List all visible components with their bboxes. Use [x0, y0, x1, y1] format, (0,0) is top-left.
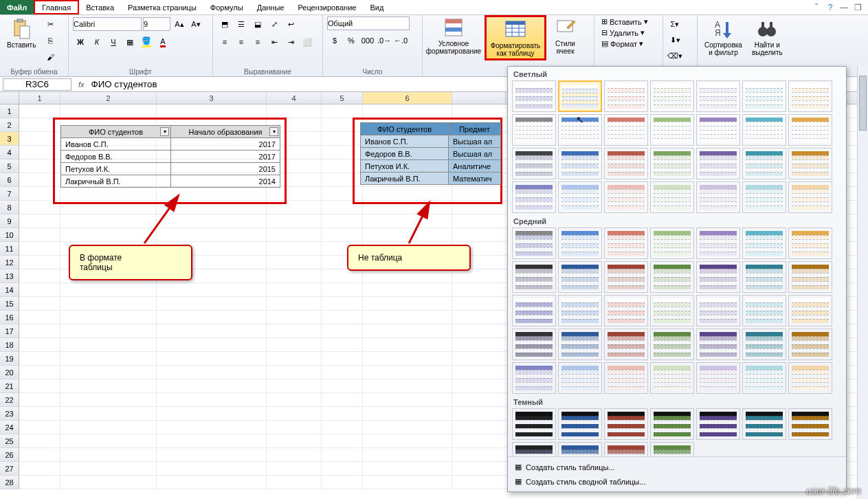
align-middle-button[interactable]: ☰ — [234, 16, 249, 32]
cell[interactable] — [267, 407, 322, 421]
menu-review[interactable]: Рецензирование — [291, 0, 363, 14]
row-header[interactable]: 18 — [0, 338, 19, 352]
table-style-swatch[interactable] — [742, 228, 786, 259]
italic-button[interactable]: К — [89, 34, 104, 49]
cell[interactable] — [267, 283, 322, 297]
table-style-swatch[interactable] — [604, 408, 648, 440]
cell[interactable] — [363, 283, 452, 297]
table-style-swatch[interactable] — [558, 114, 602, 146]
table-style-swatch[interactable] — [558, 261, 602, 293]
table-style-swatch[interactable] — [788, 408, 832, 440]
table-cell[interactable]: Федоров В.В. — [361, 148, 449, 160]
cell[interactable] — [60, 379, 157, 393]
table-style-swatch[interactable] — [696, 80, 740, 112]
table-style-swatch[interactable] — [512, 228, 556, 259]
table-cell[interactable]: Лакричный В.П. — [61, 175, 171, 188]
cell[interactable] — [322, 366, 363, 379]
increase-indent-button[interactable]: ⇥ — [283, 34, 298, 49]
menu-home[interactable]: Главная — [34, 0, 79, 14]
table-style-swatch[interactable] — [604, 114, 648, 146]
table-cell[interactable]: 2014 — [171, 175, 280, 188]
cell[interactable] — [363, 269, 452, 283]
cell[interactable] — [19, 324, 60, 338]
table-style-swatch[interactable] — [512, 329, 556, 360]
cell[interactable] — [363, 104, 452, 118]
cell[interactable] — [322, 269, 363, 283]
autosum-button[interactable]: Σ▾ — [667, 16, 682, 32]
cell[interactable] — [363, 476, 452, 489]
format-painter-button[interactable]: 🖌 — [43, 49, 58, 65]
table-cell[interactable]: Аналитиче — [449, 160, 501, 173]
table-style-swatch[interactable] — [742, 408, 786, 440]
column-header[interactable]: 4 — [267, 92, 322, 104]
cell[interactable] — [267, 476, 322, 489]
cell[interactable] — [267, 256, 322, 269]
cell[interactable] — [322, 379, 363, 393]
cell[interactable] — [19, 407, 60, 421]
table-style-swatch[interactable] — [742, 148, 786, 179]
minimize-icon[interactable]: — — [839, 3, 849, 12]
cell[interactable] — [60, 366, 157, 379]
cell[interactable] — [19, 256, 60, 269]
cell[interactable] — [19, 366, 60, 379]
cell[interactable] — [60, 448, 157, 462]
decrease-decimal-button[interactable]: ←.0 — [393, 33, 408, 48]
row-header[interactable]: 16 — [0, 311, 19, 324]
table-cell[interactable]: 2017 — [171, 138, 280, 151]
cell[interactable] — [60, 338, 157, 352]
cell[interactable] — [322, 214, 363, 228]
cell[interactable] — [363, 407, 452, 421]
table-cell[interactable]: Иванов С.П. — [361, 135, 449, 148]
cell[interactable] — [267, 228, 322, 242]
table-style-swatch[interactable] — [512, 181, 556, 213]
cell[interactable] — [267, 297, 322, 311]
cell[interactable] — [19, 421, 60, 434]
row-header[interactable]: 6 — [0, 173, 19, 187]
table-style-swatch[interactable] — [788, 228, 832, 259]
new-pivot-style-button[interactable]: ▦ Создать стиль сводной таблицы... — [508, 474, 846, 489]
table-style-swatch[interactable] — [512, 80, 556, 112]
row-header[interactable]: 26 — [0, 448, 19, 462]
table-style-swatch[interactable] — [512, 442, 556, 456]
insert-cells-button[interactable]: ⊞Вставить▾ — [599, 16, 651, 27]
cell[interactable] — [363, 379, 452, 393]
currency-button[interactable]: $ — [327, 33, 342, 48]
table-cell[interactable]: Петухов И.К. — [61, 163, 171, 175]
bold-button[interactable]: Ж — [73, 34, 88, 49]
table-cell[interactable]: 2015 — [171, 163, 280, 175]
cell[interactable] — [60, 311, 157, 324]
table-style-swatch[interactable] — [788, 181, 832, 213]
table-style-swatch[interactable] — [604, 181, 648, 213]
table-style-swatch[interactable] — [558, 408, 602, 440]
table-style-swatch[interactable] — [696, 181, 740, 213]
cell[interactable] — [19, 462, 60, 476]
row-header[interactable]: 5 — [0, 159, 19, 173]
cell[interactable] — [267, 352, 322, 366]
font-color-button[interactable]: A — [155, 34, 170, 49]
cell[interactable] — [322, 324, 363, 338]
table-style-swatch[interactable] — [650, 114, 694, 146]
cell[interactable] — [322, 104, 363, 118]
table-style-swatch[interactable] — [558, 80, 602, 112]
table-style-swatch[interactable] — [650, 228, 694, 259]
cell[interactable] — [157, 379, 267, 393]
table-style-swatch[interactable] — [650, 362, 694, 394]
increase-decimal-button[interactable]: .0→ — [377, 33, 392, 48]
align-bottom-button[interactable]: ⬓ — [250, 16, 265, 32]
cell[interactable] — [19, 338, 60, 352]
format-cells-button[interactable]: ▤Формат▾ — [599, 38, 646, 49]
cell[interactable] — [322, 311, 363, 324]
sort-filter-button[interactable]: AЯ Сортировка и фильтр — [702, 16, 745, 58]
cell[interactable] — [267, 324, 322, 338]
cell[interactable] — [267, 393, 322, 407]
cell[interactable] — [157, 366, 267, 379]
table-style-swatch[interactable] — [742, 181, 786, 213]
cell[interactable] — [157, 283, 267, 297]
cell[interactable] — [60, 283, 157, 297]
row-header[interactable]: 21 — [0, 379, 19, 393]
filter-dropdown-icon[interactable]: ▾ — [160, 127, 169, 136]
format-as-table-button[interactable]: Форматировать как таблицу — [485, 15, 546, 60]
cell[interactable] — [322, 421, 363, 434]
decrease-indent-button[interactable]: ⇤ — [267, 34, 282, 49]
row-header[interactable]: 11 — [0, 242, 19, 256]
